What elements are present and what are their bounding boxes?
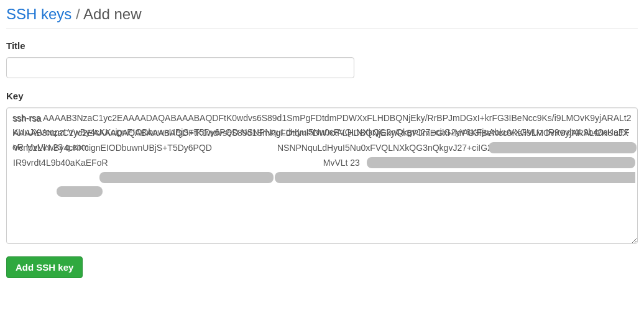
key-textarea[interactable] [6, 107, 638, 244]
breadcrumb-current: Add new [83, 6, 141, 22]
title-label: Title [6, 40, 638, 51]
key-label: Key [6, 91, 638, 101]
header-divider [6, 29, 638, 29]
breadcrumb-separator: / [76, 6, 83, 22]
add-ssh-key-button[interactable]: Add SSH key [6, 256, 83, 278]
title-input[interactable] [6, 57, 354, 78]
breadcrumb: SSH keys / Add new [6, 4, 638, 25]
ssh-keys-link[interactable]: SSH keys [6, 6, 71, 22]
title-field-group: Title [6, 40, 638, 78]
key-field-group: Key ssh-rsa AAAAB3NzaC1yc2EAAAADAQABAAAB… [6, 91, 638, 244]
